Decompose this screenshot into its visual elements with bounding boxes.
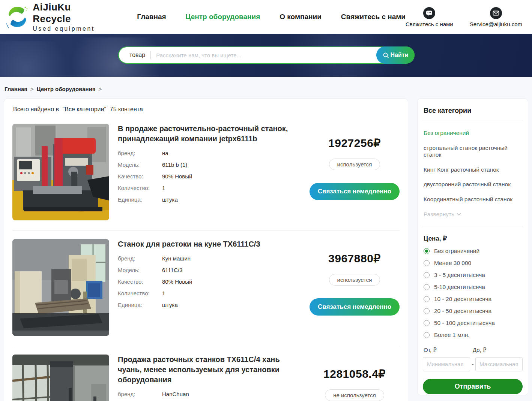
product-item: Продажа расточных станков TX611C/4 хань … [12,346,400,401]
price-option[interactable]: 20 - 50 десятитысяча [423,308,523,314]
price-filter-title: Цена, ₽ [424,235,523,242]
min-price-input[interactable] [423,357,470,371]
radio-label: 50 - 100 десятитысяча [434,320,495,326]
logo-swoosh-icon [5,3,30,31]
hero-banner: товар Найти [0,34,532,77]
result-count-value: 75 контента [110,106,143,113]
site-header: AiJiuKu Recycle Used equipment Главная Ц… [0,0,532,34]
radio-icon [424,260,430,266]
spec-row: Единица: штука [118,302,299,308]
spec-row: Количество: 1 [118,185,299,191]
header-contacts: Свяжитесь с нами Service@aijiuku.com [406,7,524,27]
spec-value: штука [162,302,178,308]
product-info: В продаже расточительно-расточный станок… [118,124,299,220]
status-badge: не используется [325,389,384,401]
product-item: Станок для растоки на куне TX6111C/3 бре… [12,230,400,346]
spec-row: бренд: Кун машин [118,255,299,262]
submit-filter-button[interactable]: Отправить [423,379,523,394]
search-button[interactable]: Найти [376,46,415,64]
radio-icon [424,320,430,326]
product-specs: бренд: Кун машин Модель: 6111C/3 Качеств… [118,255,299,308]
main-layout: Всего найдено в “Все категории” 75 конте… [0,92,532,401]
logo-text: AiJiuKu Recycle Used equipment [33,1,101,32]
category-item[interactable]: двусторонний расточный станок [424,181,522,188]
results-panel: Всего найдено в “Все категории” 75 конте… [4,98,408,401]
product-title[interactable]: В продаже расточительно-расточный станок… [118,124,299,144]
product-price: 1927256₽ [328,136,381,150]
status-badge: используется [329,274,380,286]
spec-row: Модель: 611b b (1) [118,162,299,168]
spec-label: Модель: [118,267,162,273]
spec-label: Качество: [118,173,162,180]
breadcrumb-separator: > [99,86,102,92]
max-price-input[interactable] [475,357,523,371]
result-count: Всего найдено в “Все категории” 75 конте… [12,106,400,113]
radio-label: 3 - 5 десятитысяча [434,272,485,278]
product-photo[interactable] [12,355,109,401]
contact-now-button[interactable]: Связаться немедленно [310,183,400,200]
price-options: Без ограничений Менее 30 000 3 - 5 десят… [423,248,523,338]
product-price: 3967880₽ [328,252,381,265]
spec-label: Количество: [118,290,162,296]
spec-row: Единица: штука [118,196,299,203]
spec-label: Единица: [118,196,162,203]
price-option-no-limit[interactable]: Без ограничений [423,248,523,254]
boring-machine-photo-1 [12,124,109,220]
product-info: Продажа расточных станков TX611C/4 хань … [118,355,299,401]
radio-label: Менее 30 000 [434,260,471,266]
product-photo[interactable] [12,124,109,220]
search-category-selector[interactable]: товар [119,52,150,58]
spec-row: Качество: 80% Новый [118,278,299,285]
contact-now-button[interactable]: Связаться немедленно [310,298,400,316]
spec-row: Количество: 1 [118,290,299,296]
price-option[interactable]: 50 - 100 десятитысяча [423,320,523,326]
product-title[interactable]: Продажа расточных станков TX611C/4 хань … [118,355,299,385]
nav-item-about[interactable]: О компании [280,13,322,21]
product-info: Станок для растоки на куне TX6111C/3 бре… [118,239,299,336]
product-side: 1927256₽ используется Связаться немедлен… [310,124,400,220]
spec-label: Модель: [118,162,162,168]
category-item[interactable]: Координатный расточный станок [424,196,522,203]
product-photo[interactable] [12,239,109,336]
price-option[interactable]: 10 - 20 десятитысяча [423,296,523,302]
spec-value: штука [162,196,178,203]
spec-label: бренд: [118,150,162,156]
price-option[interactable]: Менее 30 000 [423,260,523,266]
category-item[interactable]: Кинг Конг расточный станок [424,166,522,174]
radio-icon [424,296,430,302]
radio-icon [424,308,430,314]
product-price: 1281058.4₽ [323,367,386,380]
spec-value: HanChuan [162,391,189,397]
price-option[interactable]: 3 - 5 десятитысяча [423,272,523,278]
radio-label: Более 1 млн. [434,332,470,338]
category-item-no-limit[interactable]: Без ограничений [424,130,522,137]
spec-value: 1 [162,185,165,191]
price-option[interactable]: 5-10 десятитысяча [423,284,523,290]
radio-label: Без ограничений [434,248,479,254]
contact-email[interactable]: Service@aijiuku.com [470,7,522,27]
search-input[interactable] [151,52,376,58]
logo-subtitle: Used equipment [33,25,101,32]
site-logo[interactable]: AiJiuKu Recycle Used equipment [5,1,101,32]
product-side: 3967880₽ используется Связаться немедлен… [310,239,400,336]
categories-title: Все категории [423,106,523,120]
expand-categories-link[interactable]: Развернуть [424,211,522,218]
spec-value: 80% Новый [162,278,192,285]
price-option[interactable]: Более 1 млн. [423,332,523,338]
category-item[interactable]: строгальный станок расточный станок [424,145,522,159]
spec-label: Единица: [118,302,162,308]
category-list: Без ограничений строгальный станок расто… [423,120,523,218]
range-separator: - [470,361,475,368]
nav-item-equipment-center[interactable]: Центр оборудования [186,13,260,21]
nav-item-contact[interactable]: Свяжитесь с нами [341,13,406,21]
contact-chat[interactable]: Свяжитесь с нами [406,7,453,27]
breadcrumb-home[interactable]: Главная [5,86,27,92]
expand-label: Развернуть [424,211,454,218]
product-title[interactable]: Станок для растоки на куне TX6111C/3 [118,239,299,249]
nav-item-home[interactable]: Главная [137,13,166,21]
breadcrumb-equipment-center[interactable]: Центр оборудования [37,86,96,92]
radio-icon [424,272,430,278]
result-count-category: “Все категории” [63,106,106,113]
hero-photo-shape [0,41,68,77]
status-badge: используется [329,159,380,170]
